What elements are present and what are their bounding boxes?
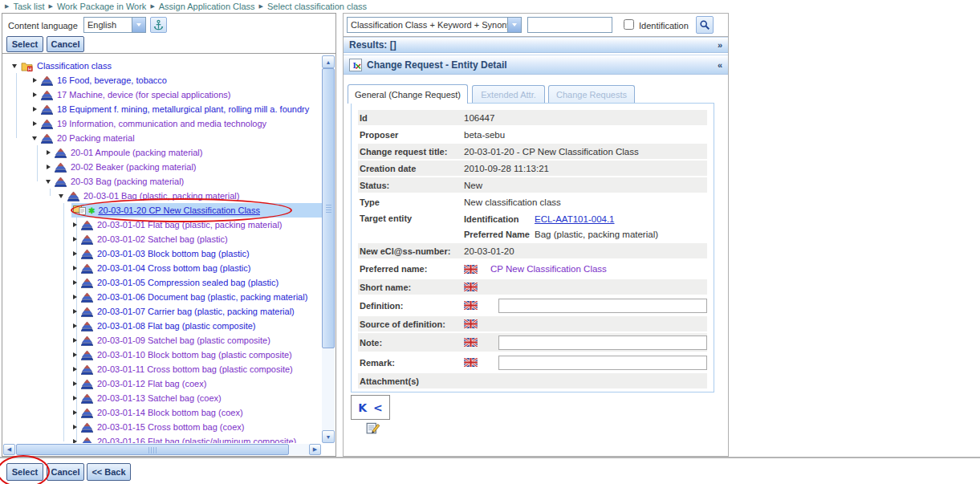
first-record-icon[interactable]: K (358, 401, 367, 414)
scroll-down-icon[interactable]: ▼ (322, 430, 335, 443)
expand-results-icon[interactable]: » (718, 40, 722, 50)
scroll-left-icon[interactable]: ◀ (3, 444, 15, 455)
identification-checkbox[interactable] (624, 19, 634, 30)
breadcrumb-task-list[interactable]: Task list (13, 2, 44, 11)
note-input[interactable] (498, 336, 707, 350)
breadcrumb-assign-application-class[interactable]: Assign Application Class (159, 2, 255, 11)
tree-item[interactable]: 20-03-01-04 Cross bottom bag (plastic) (3, 261, 322, 275)
expand-icon[interactable] (71, 351, 79, 359)
expand-icon[interactable] (71, 264, 79, 272)
tree-item[interactable]: 20-03-01-09 Satchel bag (plastic composi… (3, 333, 322, 348)
tree-item[interactable]: 20-02 Beaker (packing material) (3, 160, 322, 174)
horizontal-scrollbar-thumb[interactable] (16, 444, 289, 455)
search-button[interactable] (696, 16, 714, 34)
tree-item[interactable]: 20-03-01-07 Carrier bag (plastic, packin… (3, 304, 322, 319)
expand-icon[interactable] (71, 279, 79, 287)
tree-item[interactable]: 20-03-01-08 Flat bag (plastic composite) (3, 319, 322, 333)
expand-icon[interactable] (71, 437, 79, 443)
field-row-type: Type New classification class (358, 194, 707, 209)
vertical-scrollbar-thumb[interactable] (322, 68, 335, 348)
tree-vertical-scrollbar[interactable]: ▲ ▼ (322, 55, 335, 443)
collapse-icon[interactable] (58, 192, 66, 200)
tree-item[interactable]: 20-03-01-10 Block bottom bag (plastic co… (3, 348, 322, 362)
tree-item[interactable]: 20-03-01-05 Compression sealed bag (plas… (3, 275, 322, 290)
expand-icon[interactable] (71, 409, 79, 417)
tree-item[interactable]: 20-03-01 Bag (plastic, packing material) (3, 189, 322, 203)
apply-language-button[interactable] (150, 17, 167, 33)
select-button-top[interactable]: Select (6, 36, 43, 52)
tree-item[interactable]: 17 Machine, device (for special applicat… (3, 87, 322, 102)
tree-item[interactable]: 20-03 Bag (packing material) (3, 174, 322, 189)
tree-item-label: 20-03-01-16 Flat bag (plastic/aluminum c… (97, 437, 296, 443)
scroll-right-icon[interactable]: ▶ (309, 444, 321, 455)
breadcrumb-arrow-icon: ▶ (150, 3, 154, 10)
expand-icon[interactable] (31, 91, 39, 99)
definition-input[interactable] (498, 299, 707, 313)
breadcrumb-work-package[interactable]: Work Package in Work (57, 2, 146, 11)
expand-icon[interactable] (71, 380, 79, 388)
tree-item-selected[interactable]: ✱ 20-03-01-20 CP New Classification Clas… (3, 203, 322, 218)
tree-item[interactable]: 20-03-01-15 Cross bottom bag (coex) (3, 420, 322, 434)
select-button[interactable]: Select (6, 463, 43, 481)
expand-icon[interactable] (71, 221, 79, 229)
content-language-dropdown[interactable]: English (83, 17, 146, 33)
breadcrumb-select-classification-class[interactable]: Select classification class (267, 2, 367, 11)
tree-item[interactable]: 20-03-01-06 Document bag (plastic, packi… (3, 290, 322, 304)
tree-item[interactable]: 20-03-01-16 Flat bag (plastic/aluminum c… (3, 434, 322, 443)
expand-icon[interactable] (71, 322, 79, 330)
previous-record-icon[interactable]: < (373, 401, 383, 414)
cancel-button[interactable]: Cancel (47, 463, 84, 481)
tree-item[interactable]: 19 Information, communication and media … (3, 116, 322, 131)
tree-item[interactable]: 20-03-01-02 Satchel bag (plastic) (3, 232, 322, 246)
tree-horizontal-scrollbar[interactable]: ◀ ▶ (3, 444, 321, 455)
tree-item[interactable]: 20 Packing material (3, 131, 322, 145)
edit-icon[interactable] (366, 421, 380, 435)
collapse-icon[interactable] (11, 62, 19, 70)
creation-date-label: Creation date (358, 164, 464, 173)
cancel-button-top[interactable]: Cancel (47, 36, 84, 52)
tree-item[interactable]: 20-03-01-01 Flat bag (plastic, packing m… (3, 218, 322, 232)
remark-input[interactable] (498, 356, 707, 370)
expand-icon[interactable] (31, 120, 39, 128)
search-input[interactable] (527, 17, 612, 33)
tree-item[interactable]: 20-03-01-12 Flat bag (coex) (3, 376, 322, 391)
collapse-icon[interactable] (45, 177, 53, 185)
expand-icon[interactable] (71, 365, 79, 373)
tree-item[interactable]: 20-03-01-14 Block bottom bag (coex) (3, 405, 322, 420)
tree-item-root[interactable]: Classification class (3, 59, 322, 73)
expand-icon[interactable] (71, 293, 79, 301)
tree-item[interactable]: 20-03-01-03 Block bottom bag (plastic) (3, 246, 322, 261)
expand-icon[interactable] (71, 394, 79, 402)
tab-extended-attr[interactable]: Extended Attr. (472, 85, 545, 104)
expand-icon[interactable] (71, 235, 79, 243)
identification-link[interactable]: ECL-AAT101-004.1 (535, 214, 615, 224)
chevron-down-icon[interactable] (507, 18, 521, 32)
new-item-star-icon: ✱ (88, 206, 95, 215)
expand-icon[interactable] (71, 250, 79, 258)
expand-icon[interactable] (45, 163, 53, 171)
expand-icon[interactable] (71, 336, 79, 344)
search-type-dropdown[interactable]: Classification Class + Keyword + Synonym (347, 17, 522, 33)
chevron-down-icon[interactable] (132, 18, 145, 32)
tab-change-requests[interactable]: Change Requests (548, 85, 635, 104)
tree-item[interactable]: 18 Equipment f. mining, metallurgical pl… (3, 102, 322, 116)
expand-icon[interactable] (71, 423, 79, 431)
collapse-icon[interactable] (31, 134, 39, 142)
expand-icon[interactable] (71, 307, 79, 315)
back-button[interactable]: << Back (87, 463, 131, 481)
tree-item[interactable]: 20-03-01-11 Cross bottom bag (plastic co… (3, 362, 322, 376)
status-value: New (464, 181, 482, 190)
expand-icon[interactable] (31, 105, 39, 113)
collapse-panel-icon[interactable]: « (718, 60, 722, 70)
expand-icon[interactable] (31, 76, 39, 84)
classification-class-icon (67, 191, 79, 201)
expand-icon[interactable] (45, 148, 53, 157)
tree-item[interactable]: 16 Food, beverage, tobacco (3, 73, 322, 87)
identification-sublabel: Identification (464, 214, 535, 224)
scroll-up-icon[interactable]: ▲ (322, 55, 335, 68)
record-navigation: K < (351, 395, 390, 420)
type-value: New classification class (464, 197, 561, 207)
tab-general-change-request[interactable]: General (Change Request) (348, 84, 468, 104)
tree-item[interactable]: 20-03-01-13 Satchel bag (coex) (3, 391, 322, 405)
tree-item[interactable]: 20-01 Ampoule (packing material) (3, 145, 322, 160)
